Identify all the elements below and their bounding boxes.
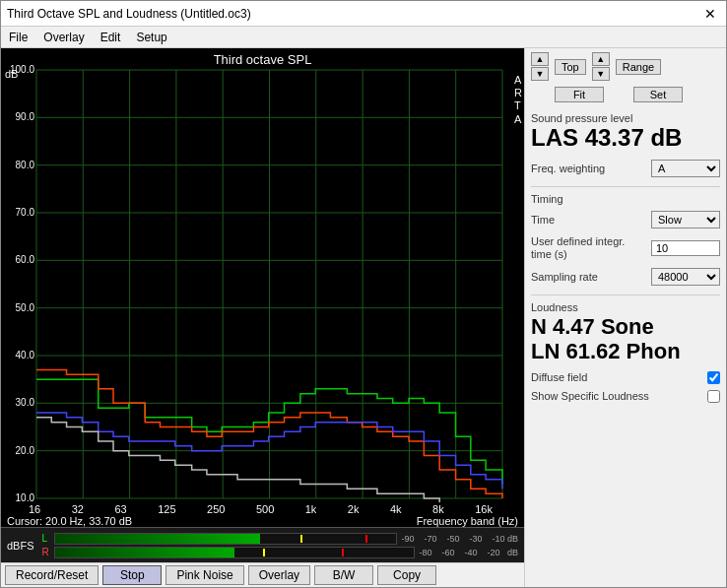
diffuse-field-label: Diffuse field (531, 371, 587, 383)
copy-button[interactable]: Copy (377, 565, 436, 585)
l-db-label: -90 -70 -50 -30 -10 dB (401, 534, 518, 544)
dbfs-bar: dBFS L -90 -70 -50 - (1, 527, 524, 562)
menu-setup[interactable]: Setup (134, 31, 168, 44)
nav-fit-row: Fit Set (531, 87, 720, 102)
spl-value: LAS 43.37 dB (531, 124, 720, 152)
timing-label: Timing (531, 193, 720, 205)
user-integr-input[interactable] (651, 240, 720, 256)
arta-label: ARTA (514, 74, 522, 126)
menu-edit[interactable]: Edit (99, 31, 123, 44)
spl-section-label: Sound pressure level (531, 112, 720, 124)
record-reset-button[interactable]: Record/Reset (5, 565, 99, 585)
meter-row-l: L -90 -70 -50 -30 -10 dB (42, 533, 518, 545)
show-specific-checkbox[interactable] (707, 390, 720, 403)
r-db-label: -80 -60 -40 -20 dB (419, 548, 518, 557)
diffuse-field-row: Diffuse field (531, 371, 720, 384)
main-window: Third Octave SPL and Loudness (Untitled.… (0, 0, 727, 588)
time-select[interactable]: Slow Fast Impulse (651, 211, 720, 229)
range-button[interactable]: Range (616, 59, 661, 75)
freq-band-label: Frequency band (Hz) (417, 515, 518, 527)
r-indicator: R (42, 547, 52, 557)
show-specific-label: Show Specific Loudness (531, 390, 649, 402)
db-label: dB (5, 68, 18, 80)
user-integr-row: User defined integr. time (s) (531, 235, 720, 261)
x-axis-labels: 16 32 63 125 250 500 1k 2k 4k 8k 16k (1, 502, 524, 515)
menu-bar: File Overlay Edit Setup (1, 27, 726, 48)
fit-button[interactable]: Fit (555, 87, 604, 102)
freq-weighting-select[interactable]: A B C Z (651, 160, 720, 177)
user-integr-label: User defined integr. time (s) (531, 235, 629, 261)
loudness-section: Loudness N 4.47 Sone LN 61.62 Phon (531, 301, 720, 362)
chart-title: Third octave SPL (1, 48, 524, 67)
nav-top-row: ▲ ▼ Top ▲ ▼ Range (531, 52, 720, 81)
show-specific-row: Show Specific Loudness (531, 390, 720, 403)
loudness-ln: LN 61.62 Phon (531, 340, 720, 363)
diffuse-field-checkbox[interactable] (707, 371, 720, 384)
time-label: Time (531, 214, 555, 226)
menu-overlay[interactable]: Overlay (41, 31, 86, 44)
sampling-rate-label: Sampling rate (531, 271, 598, 283)
top-up-button[interactable]: ▲ (531, 52, 549, 66)
cursor-info: Cursor: 20.0 Hz, 33.70 dB (7, 515, 132, 527)
top-down-button[interactable]: ▼ (531, 67, 549, 81)
loudness-n: N 4.47 Sone (531, 315, 720, 339)
x-axis-info: Cursor: 20.0 Hz, 33.70 dB Frequency band… (1, 515, 524, 527)
right-panel: ▲ ▼ Top ▲ ▼ Range Fit Set Sound pressure… (524, 48, 726, 587)
menu-file[interactable]: File (7, 31, 30, 44)
freq-weighting-row: Freq. weighting A B C Z (531, 160, 720, 177)
spl-section: Sound pressure level LAS 43.37 dB (531, 112, 720, 152)
bottom-buttons: Record/Reset Stop Pink Noise Overlay B/W… (1, 562, 524, 587)
sampling-rate-row: Sampling rate 44100 48000 96000 (531, 268, 720, 286)
chart-canvas (1, 48, 524, 502)
freq-weighting-label: Freq. weighting (531, 163, 605, 174)
close-button[interactable]: ✕ (700, 4, 720, 24)
overlay-button[interactable]: Overlay (248, 565, 310, 585)
meter-row-r: R -80 -60 -40 -20 dB (42, 547, 518, 558)
range-down-button[interactable]: ▼ (592, 67, 610, 81)
chart-area: Third octave SPL dB ARTA 16 32 63 125 25… (1, 48, 524, 587)
set-button[interactable]: Set (633, 87, 683, 102)
l-indicator: L (42, 533, 52, 544)
content-area: Third octave SPL dB ARTA 16 32 63 125 25… (1, 48, 726, 587)
bw-button[interactable]: B/W (314, 565, 373, 585)
title-bar: Third Octave SPL and Loudness (Untitled.… (1, 1, 726, 27)
window-title: Third Octave SPL and Loudness (Untitled.… (7, 7, 251, 21)
sampling-rate-select[interactable]: 44100 48000 96000 (651, 268, 720, 286)
range-up-button[interactable]: ▲ (592, 52, 610, 66)
dbfs-label: dBFS (7, 540, 34, 552)
stop-button[interactable]: Stop (102, 565, 162, 585)
top-button[interactable]: Top (555, 59, 586, 75)
loudness-label: Loudness (531, 301, 720, 313)
time-row: Time Slow Fast Impulse (531, 211, 720, 229)
pink-noise-button[interactable]: Pink Noise (165, 565, 243, 585)
